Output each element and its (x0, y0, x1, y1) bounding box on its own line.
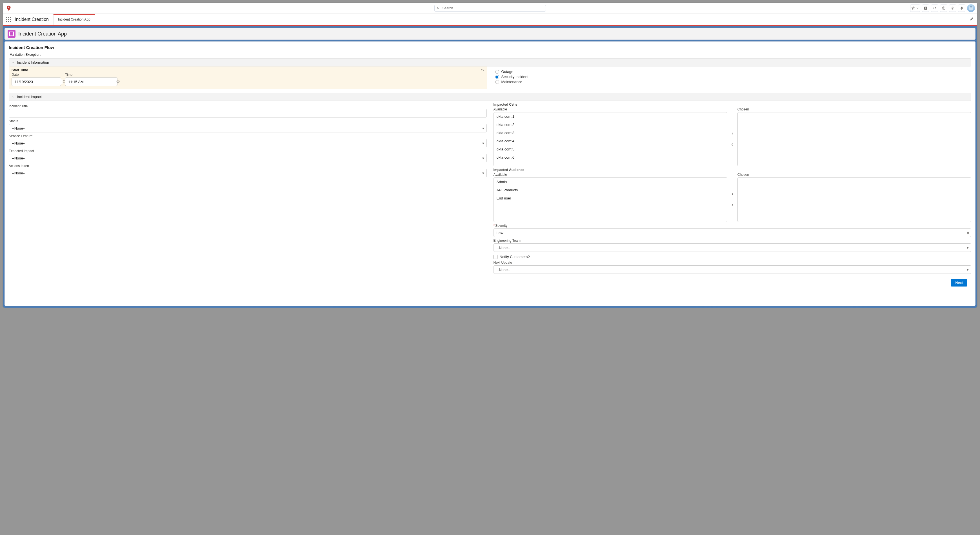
time-input-wrapper[interactable] (65, 78, 118, 86)
move-right-button[interactable] (730, 191, 735, 198)
setup-button[interactable] (949, 5, 956, 12)
svg-text:?: ? (943, 7, 944, 9)
svg-point-2 (438, 7, 439, 9)
section-incident-impact[interactable]: Incident Impact (9, 93, 971, 101)
service-feature-label: Service Feature (9, 134, 487, 138)
list-item[interactable]: API Products (494, 186, 727, 194)
section-incident-information[interactable]: Incident Information (9, 58, 971, 67)
checkbox-icon (493, 255, 498, 259)
question-icon: ? (942, 6, 946, 10)
engineering-team-select[interactable]: --None-- ▾ (493, 244, 972, 252)
move-right-button[interactable] (730, 131, 735, 137)
incident-title-label: Incident Title (9, 104, 487, 108)
list-item[interactable]: Admin (494, 178, 727, 186)
status-select[interactable]: --None-- ▾ (9, 124, 487, 132)
salesforce-help-button[interactable] (931, 5, 938, 12)
caret-down-icon: ▾ (967, 246, 969, 250)
notify-customers-checkbox[interactable]: Notify Customers? (493, 255, 972, 259)
impacted-audience-available[interactable]: Admin API Products End user (493, 177, 727, 222)
tab-incident-creation-app[interactable]: Incident Creation App (53, 14, 95, 25)
expected-impact-label: Expected Impact (9, 149, 487, 153)
page-title: Incident Creation App (18, 31, 67, 37)
actions-taken-select[interactable]: --None-- ▾ (9, 169, 487, 177)
svg-point-10 (972, 7, 972, 8)
list-item[interactable]: End user (494, 194, 727, 202)
impacted-cells-available-label: Available (493, 107, 727, 111)
org-logo[interactable]: ! (6, 5, 12, 11)
help-button[interactable]: ? (940, 5, 947, 12)
impacted-cells-chosen[interactable] (737, 112, 971, 166)
list-item[interactable]: okta.com:1 (494, 112, 727, 121)
svg-text:!: ! (8, 6, 9, 8)
global-search[interactable] (434, 5, 546, 11)
caret-down-icon: ▾ (482, 171, 484, 175)
radio-icon (495, 80, 499, 84)
list-item[interactable]: okta.com:5 (494, 145, 727, 153)
next-update-value: --None-- (496, 268, 510, 272)
notify-customers-label: Notify Customers? (500, 255, 530, 259)
radio-label: Outage (501, 70, 514, 74)
chevron-right-icon (731, 132, 734, 135)
move-left-button[interactable] (730, 202, 735, 209)
list-item[interactable]: okta.com:3 (494, 129, 727, 137)
next-button[interactable]: Next (951, 279, 967, 287)
section-title: Incident Information (17, 60, 49, 65)
tab-label: Incident Creation App (58, 18, 91, 21)
list-item[interactable]: okta.com:4 (494, 137, 727, 145)
actions-taken-value: --None-- (12, 171, 25, 175)
app-launcher[interactable] (5, 16, 13, 23)
bell-icon (960, 6, 964, 10)
status-value: --None-- (12, 126, 25, 131)
expected-impact-select[interactable]: --None-- ▾ (9, 154, 487, 162)
svg-point-7 (952, 8, 953, 9)
impacted-cells-available[interactable]: okta.com:1 okta.com:2 okta.com:3 okta.co… (493, 112, 727, 166)
notifications-button[interactable] (958, 5, 965, 12)
time-input[interactable] (68, 80, 116, 84)
global-search-input[interactable] (442, 6, 543, 10)
flow-title: Incident Creation Flow (9, 45, 971, 50)
chevron-down-icon (916, 6, 919, 10)
svg-point-9 (970, 7, 970, 8)
expected-impact-value: --None-- (12, 156, 25, 160)
caret-down-icon: ▾ (482, 141, 484, 145)
caret-down-icon: ▾ (482, 126, 484, 131)
clock-icon[interactable] (116, 80, 120, 84)
plus-icon (924, 6, 928, 10)
date-label: Date (11, 73, 61, 76)
caret-down-icon: ▾ (967, 268, 969, 272)
severity-label: *Severity (493, 224, 972, 228)
status-label: Status (9, 119, 487, 123)
incident-title-input[interactable] (9, 109, 487, 118)
service-feature-select[interactable]: --None-- ▾ (9, 139, 487, 147)
app-name: Incident Creation (15, 17, 49, 22)
radio-outage[interactable]: Outage (495, 70, 972, 74)
global-add-button[interactable] (922, 5, 929, 12)
list-item[interactable]: okta.com:6 (494, 153, 727, 161)
radio-maintenance[interactable]: Maintenance (495, 80, 972, 84)
engineering-team-label: Engineering Team (493, 239, 972, 242)
search-icon (437, 6, 440, 10)
move-left-button[interactable] (730, 142, 735, 148)
section-title: Incident Impact (17, 95, 42, 99)
chevron-down-icon (12, 61, 15, 64)
severity-select[interactable]: Low ▲▼ (493, 228, 972, 237)
edit-page-button[interactable] (970, 17, 974, 22)
undo-button[interactable] (480, 68, 485, 73)
impacted-audience-available-label: Available (493, 173, 727, 177)
stepper-icon: ▲▼ (967, 231, 969, 235)
date-input[interactable] (14, 80, 62, 84)
gear-icon (951, 6, 955, 10)
radio-security-incident[interactable]: Security Incident (495, 75, 972, 79)
user-avatar[interactable] (967, 4, 975, 12)
impacted-audience-chosen[interactable] (737, 177, 971, 222)
next-update-select[interactable]: --None-- ▾ (493, 265, 972, 274)
favorites-button[interactable] (910, 5, 920, 12)
svg-line-3 (439, 9, 440, 10)
date-input-wrapper[interactable] (11, 78, 61, 86)
service-feature-value: --None-- (12, 141, 25, 145)
chevron-left-icon (731, 143, 734, 146)
list-item[interactable]: okta.com:2 (494, 121, 727, 129)
chevron-down-icon (12, 96, 15, 98)
validation-exception-label: Validation Exception: (10, 53, 971, 57)
impacted-cells-label: Impacted Cells (493, 103, 972, 107)
